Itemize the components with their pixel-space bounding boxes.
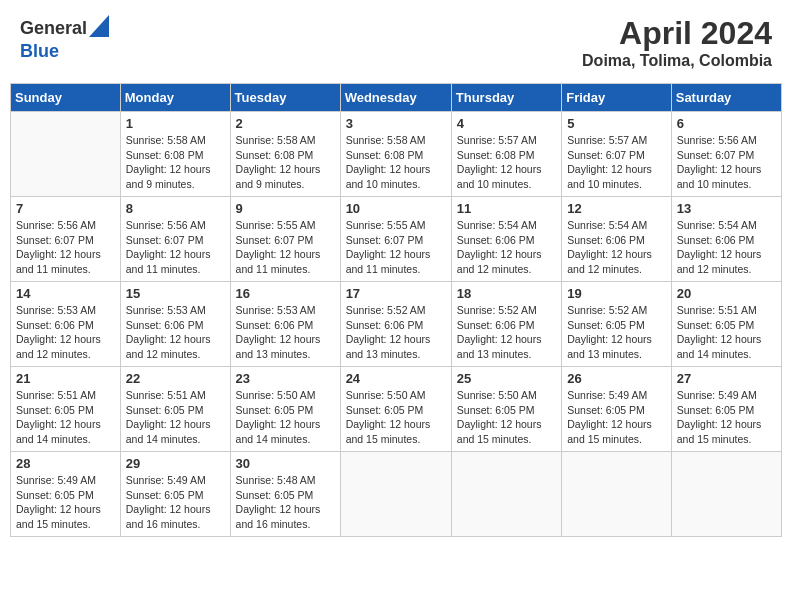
calendar-day-cell: 11Sunrise: 5:54 AMSunset: 6:06 PMDayligh…	[451, 197, 561, 282]
day-number: 27	[677, 371, 776, 386]
title-section: April 2024 Doima, Tolima, Colombia	[582, 15, 772, 70]
logo-blue-text: Blue	[20, 41, 59, 62]
calendar-day-cell: 26Sunrise: 5:49 AMSunset: 6:05 PMDayligh…	[562, 367, 672, 452]
day-info: Sunrise: 5:57 AMSunset: 6:07 PMDaylight:…	[567, 133, 666, 192]
day-info: Sunrise: 5:50 AMSunset: 6:05 PMDaylight:…	[236, 388, 335, 447]
calendar-day-header: Saturday	[671, 84, 781, 112]
calendar-day-cell: 16Sunrise: 5:53 AMSunset: 6:06 PMDayligh…	[230, 282, 340, 367]
day-number: 19	[567, 286, 666, 301]
day-info: Sunrise: 5:56 AMSunset: 6:07 PMDaylight:…	[677, 133, 776, 192]
day-info: Sunrise: 5:53 AMSunset: 6:06 PMDaylight:…	[16, 303, 115, 362]
calendar-week-row: 28Sunrise: 5:49 AMSunset: 6:05 PMDayligh…	[11, 452, 782, 537]
day-info: Sunrise: 5:53 AMSunset: 6:06 PMDaylight:…	[126, 303, 225, 362]
calendar-table: SundayMondayTuesdayWednesdayThursdayFrid…	[10, 83, 782, 537]
calendar-day-header: Wednesday	[340, 84, 451, 112]
day-info: Sunrise: 5:49 AMSunset: 6:05 PMDaylight:…	[677, 388, 776, 447]
calendar-day-cell: 1Sunrise: 5:58 AMSunset: 6:08 PMDaylight…	[120, 112, 230, 197]
day-info: Sunrise: 5:51 AMSunset: 6:05 PMDaylight:…	[677, 303, 776, 362]
calendar-day-cell: 27Sunrise: 5:49 AMSunset: 6:05 PMDayligh…	[671, 367, 781, 452]
calendar-day-cell: 3Sunrise: 5:58 AMSunset: 6:08 PMDaylight…	[340, 112, 451, 197]
day-number: 21	[16, 371, 115, 386]
month-year-title: April 2024	[582, 15, 772, 52]
day-info: Sunrise: 5:54 AMSunset: 6:06 PMDaylight:…	[567, 218, 666, 277]
day-number: 22	[126, 371, 225, 386]
day-info: Sunrise: 5:49 AMSunset: 6:05 PMDaylight:…	[567, 388, 666, 447]
calendar-day-cell	[11, 112, 121, 197]
day-number: 25	[457, 371, 556, 386]
calendar-day-cell: 23Sunrise: 5:50 AMSunset: 6:05 PMDayligh…	[230, 367, 340, 452]
day-info: Sunrise: 5:57 AMSunset: 6:08 PMDaylight:…	[457, 133, 556, 192]
svg-marker-0	[89, 15, 109, 37]
calendar-day-cell: 9Sunrise: 5:55 AMSunset: 6:07 PMDaylight…	[230, 197, 340, 282]
calendar-day-cell: 18Sunrise: 5:52 AMSunset: 6:06 PMDayligh…	[451, 282, 561, 367]
day-number: 9	[236, 201, 335, 216]
day-number: 18	[457, 286, 556, 301]
logo-general-text: General	[20, 18, 87, 39]
day-info: Sunrise: 5:52 AMSunset: 6:05 PMDaylight:…	[567, 303, 666, 362]
day-info: Sunrise: 5:53 AMSunset: 6:06 PMDaylight:…	[236, 303, 335, 362]
day-number: 1	[126, 116, 225, 131]
calendar-day-cell: 20Sunrise: 5:51 AMSunset: 6:05 PMDayligh…	[671, 282, 781, 367]
calendar-day-cell	[671, 452, 781, 537]
day-number: 8	[126, 201, 225, 216]
calendar-week-row: 7Sunrise: 5:56 AMSunset: 6:07 PMDaylight…	[11, 197, 782, 282]
day-info: Sunrise: 5:52 AMSunset: 6:06 PMDaylight:…	[457, 303, 556, 362]
calendar-day-header: Sunday	[11, 84, 121, 112]
day-number: 13	[677, 201, 776, 216]
logo: General Blue	[20, 15, 109, 62]
calendar-day-cell	[562, 452, 672, 537]
day-number: 17	[346, 286, 446, 301]
calendar-week-row: 1Sunrise: 5:58 AMSunset: 6:08 PMDaylight…	[11, 112, 782, 197]
day-info: Sunrise: 5:58 AMSunset: 6:08 PMDaylight:…	[346, 133, 446, 192]
day-info: Sunrise: 5:51 AMSunset: 6:05 PMDaylight:…	[126, 388, 225, 447]
day-number: 23	[236, 371, 335, 386]
day-number: 4	[457, 116, 556, 131]
day-info: Sunrise: 5:56 AMSunset: 6:07 PMDaylight:…	[16, 218, 115, 277]
calendar-day-cell: 5Sunrise: 5:57 AMSunset: 6:07 PMDaylight…	[562, 112, 672, 197]
location-subtitle: Doima, Tolima, Colombia	[582, 52, 772, 70]
day-info: Sunrise: 5:52 AMSunset: 6:06 PMDaylight:…	[346, 303, 446, 362]
calendar-day-cell	[451, 452, 561, 537]
day-number: 2	[236, 116, 335, 131]
calendar-day-cell: 21Sunrise: 5:51 AMSunset: 6:05 PMDayligh…	[11, 367, 121, 452]
calendar-day-cell: 29Sunrise: 5:49 AMSunset: 6:05 PMDayligh…	[120, 452, 230, 537]
day-info: Sunrise: 5:50 AMSunset: 6:05 PMDaylight:…	[457, 388, 556, 447]
page-header: General Blue April 2024 Doima, Tolima, C…	[10, 10, 782, 75]
day-info: Sunrise: 5:55 AMSunset: 6:07 PMDaylight:…	[346, 218, 446, 277]
day-number: 14	[16, 286, 115, 301]
day-number: 3	[346, 116, 446, 131]
calendar-week-row: 14Sunrise: 5:53 AMSunset: 6:06 PMDayligh…	[11, 282, 782, 367]
day-info: Sunrise: 5:49 AMSunset: 6:05 PMDaylight:…	[126, 473, 225, 532]
day-info: Sunrise: 5:58 AMSunset: 6:08 PMDaylight:…	[236, 133, 335, 192]
calendar-day-cell	[340, 452, 451, 537]
calendar-day-cell: 30Sunrise: 5:48 AMSunset: 6:05 PMDayligh…	[230, 452, 340, 537]
calendar-header-row: SundayMondayTuesdayWednesdayThursdayFrid…	[11, 84, 782, 112]
calendar-day-cell: 25Sunrise: 5:50 AMSunset: 6:05 PMDayligh…	[451, 367, 561, 452]
day-info: Sunrise: 5:50 AMSunset: 6:05 PMDaylight:…	[346, 388, 446, 447]
calendar-day-cell: 19Sunrise: 5:52 AMSunset: 6:05 PMDayligh…	[562, 282, 672, 367]
calendar-week-row: 21Sunrise: 5:51 AMSunset: 6:05 PMDayligh…	[11, 367, 782, 452]
calendar-day-cell: 24Sunrise: 5:50 AMSunset: 6:05 PMDayligh…	[340, 367, 451, 452]
day-number: 29	[126, 456, 225, 471]
calendar-day-cell: 4Sunrise: 5:57 AMSunset: 6:08 PMDaylight…	[451, 112, 561, 197]
calendar-day-cell: 2Sunrise: 5:58 AMSunset: 6:08 PMDaylight…	[230, 112, 340, 197]
day-number: 28	[16, 456, 115, 471]
day-info: Sunrise: 5:56 AMSunset: 6:07 PMDaylight:…	[126, 218, 225, 277]
calendar-day-cell: 22Sunrise: 5:51 AMSunset: 6:05 PMDayligh…	[120, 367, 230, 452]
day-number: 12	[567, 201, 666, 216]
calendar-day-header: Friday	[562, 84, 672, 112]
calendar-day-cell: 7Sunrise: 5:56 AMSunset: 6:07 PMDaylight…	[11, 197, 121, 282]
day-info: Sunrise: 5:54 AMSunset: 6:06 PMDaylight:…	[677, 218, 776, 277]
calendar-day-cell: 28Sunrise: 5:49 AMSunset: 6:05 PMDayligh…	[11, 452, 121, 537]
day-number: 15	[126, 286, 225, 301]
day-number: 11	[457, 201, 556, 216]
day-number: 26	[567, 371, 666, 386]
day-info: Sunrise: 5:55 AMSunset: 6:07 PMDaylight:…	[236, 218, 335, 277]
calendar-day-header: Monday	[120, 84, 230, 112]
logo-triangle-icon	[89, 15, 109, 37]
calendar-day-header: Thursday	[451, 84, 561, 112]
day-number: 16	[236, 286, 335, 301]
calendar-day-cell: 6Sunrise: 5:56 AMSunset: 6:07 PMDaylight…	[671, 112, 781, 197]
calendar-day-cell: 17Sunrise: 5:52 AMSunset: 6:06 PMDayligh…	[340, 282, 451, 367]
calendar-day-cell: 15Sunrise: 5:53 AMSunset: 6:06 PMDayligh…	[120, 282, 230, 367]
